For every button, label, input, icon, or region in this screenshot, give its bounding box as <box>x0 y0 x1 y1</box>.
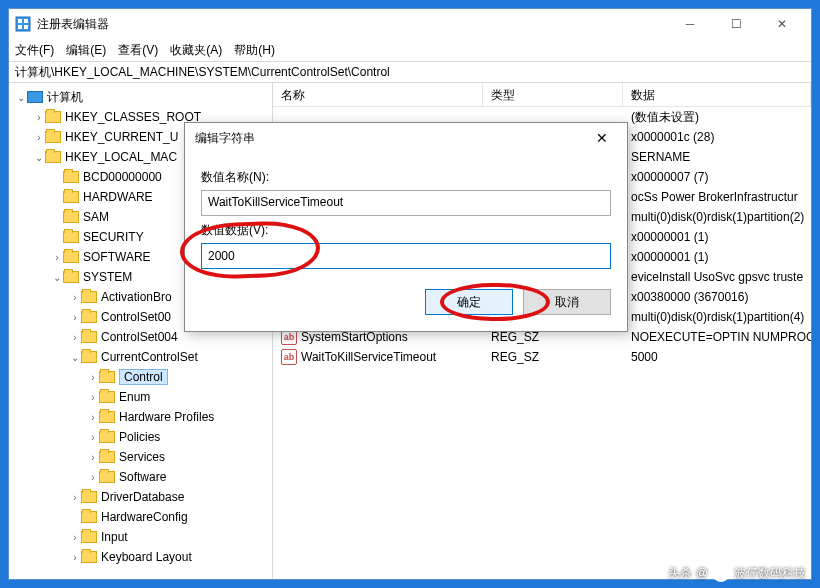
chevron-icon[interactable] <box>33 112 45 123</box>
tree-label: Input <box>101 530 128 544</box>
folder-icon <box>81 331 97 343</box>
tree-item[interactable]: DriverDatabase <box>9 487 272 507</box>
folder-icon <box>99 431 115 443</box>
chevron-icon[interactable] <box>69 292 81 303</box>
regedit-icon <box>15 16 31 32</box>
cancel-button[interactable]: 取消 <box>523 289 611 315</box>
value-data: x00000001 (1) <box>623 230 811 244</box>
folder-icon <box>45 131 61 143</box>
chevron-icon[interactable] <box>51 272 63 283</box>
folder-icon <box>45 151 61 163</box>
menu-favorites[interactable]: 收藏夹(A) <box>170 42 222 59</box>
list-header: 名称 类型 数据 <box>273 83 811 107</box>
tree-label: ControlSet00 <box>101 310 171 324</box>
folder-icon <box>63 171 79 183</box>
chevron-icon[interactable] <box>69 492 81 503</box>
folder-icon <box>99 411 115 423</box>
value-data: NOEXECUTE=OPTIN NUMPROC <box>623 330 811 344</box>
tree-label: SECURITY <box>83 230 144 244</box>
value-data: multi(0)disk(0)rdisk(1)partition(4) <box>623 310 811 324</box>
tree-label: SOFTWARE <box>83 250 151 264</box>
tree-item[interactable]: Input <box>9 527 272 547</box>
tree-label: SYSTEM <box>83 270 132 284</box>
folder-icon <box>81 311 97 323</box>
tree-item[interactable]: Enum <box>9 387 272 407</box>
chevron-icon[interactable] <box>69 532 81 543</box>
tree-item[interactable]: Policies <box>9 427 272 447</box>
chevron-icon[interactable] <box>87 472 99 483</box>
menu-file[interactable]: 文件(F) <box>15 42 54 59</box>
address-bar[interactable]: 计算机\HKEY_LOCAL_MACHINE\SYSTEM\CurrentCon… <box>9 61 811 83</box>
tree-item[interactable]: Hardware Profiles <box>9 407 272 427</box>
tree-label: CurrentControlSet <box>101 350 198 364</box>
tree-item[interactable]: HardwareConfig <box>9 507 272 527</box>
chevron-icon[interactable] <box>69 552 81 563</box>
folder-icon <box>63 251 79 263</box>
col-data[interactable]: 数据 <box>623 83 811 106</box>
col-type[interactable]: 类型 <box>483 83 623 106</box>
chevron-icon[interactable] <box>87 412 99 423</box>
tree-item[interactable]: Software <box>9 467 272 487</box>
folder-icon <box>81 351 97 363</box>
tree-label: SAM <box>83 210 109 224</box>
list-row[interactable]: abWaitToKillServiceTimeoutREG_SZ5000 <box>273 347 811 367</box>
tree-label: Services <box>119 450 165 464</box>
watermark-avatar-icon <box>712 564 730 582</box>
dialog-close-button[interactable]: ✕ <box>587 130 617 146</box>
tree-item[interactable]: Services <box>9 447 272 467</box>
chevron-icon[interactable] <box>87 372 99 383</box>
svg-rect-1 <box>18 19 22 23</box>
titlebar: 注册表编辑器 ─ ☐ ✕ <box>9 9 811 39</box>
folder-icon <box>63 191 79 203</box>
chevron-icon[interactable] <box>87 432 99 443</box>
folder-icon <box>81 551 97 563</box>
tree-label: Keyboard Layout <box>101 550 192 564</box>
close-button[interactable]: ✕ <box>759 9 805 39</box>
value-data: ocSs Power BrokerInfrastructur <box>623 190 811 204</box>
col-name[interactable]: 名称 <box>273 83 483 106</box>
folder-icon <box>63 231 79 243</box>
value-data: SERNAME <box>623 150 811 164</box>
chevron-icon[interactable] <box>33 132 45 143</box>
tree-label: HKEY_CURRENT_U <box>65 130 178 144</box>
watermark-prefix: 头杀 @ <box>668 565 708 582</box>
chevron-icon[interactable] <box>87 452 99 463</box>
tree-label: HKEY_CLASSES_ROOT <box>65 110 201 124</box>
value-data-input[interactable] <box>201 243 611 269</box>
value-data: multi(0)disk(0)rdisk(1)partition(2) <box>623 210 811 224</box>
chevron-icon[interactable] <box>69 312 81 323</box>
tree-label: BCD00000000 <box>83 170 162 184</box>
tree-label: ControlSet004 <box>101 330 178 344</box>
folder-icon <box>99 371 115 383</box>
folder-icon <box>81 491 97 503</box>
menu-view[interactable]: 查看(V) <box>118 42 158 59</box>
value-data: x0000001c (28) <box>623 130 811 144</box>
chevron-icon[interactable] <box>69 352 81 363</box>
tree-item[interactable]: Keyboard Layout <box>9 547 272 567</box>
tree-item[interactable]: Control <box>9 367 272 387</box>
tree-label: Control <box>119 369 168 385</box>
value-name-label: 数值名称(N): <box>201 169 611 186</box>
chevron-icon[interactable] <box>87 392 99 403</box>
maximize-button[interactable]: ☐ <box>713 9 759 39</box>
ok-button[interactable]: 确定 <box>425 289 513 315</box>
chevron-icon[interactable] <box>33 152 45 163</box>
edit-string-dialog: 编辑字符串 ✕ 数值名称(N): WaitToKillServiceTimeou… <box>184 122 628 332</box>
menu-help[interactable]: 帮助(H) <box>234 42 275 59</box>
chevron-icon[interactable] <box>51 252 63 263</box>
tree-label: Enum <box>119 390 150 404</box>
minimize-button[interactable]: ─ <box>667 9 713 39</box>
tree-label: HKEY_LOCAL_MAC <box>65 150 177 164</box>
tree-item[interactable]: 计算机 <box>9 87 272 107</box>
chevron-icon[interactable] <box>15 92 27 103</box>
value-name: WaitToKillServiceTimeout <box>301 350 436 364</box>
tree-label: Policies <box>119 430 160 444</box>
menu-edit[interactable]: 编辑(E) <box>66 42 106 59</box>
value-name-field: WaitToKillServiceTimeout <box>201 190 611 216</box>
value-data: x00000007 (7) <box>623 170 811 184</box>
tree-item[interactable]: CurrentControlSet <box>9 347 272 367</box>
chevron-icon[interactable] <box>69 332 81 343</box>
dialog-title: 编辑字符串 <box>195 130 587 147</box>
tree-label: HARDWARE <box>83 190 153 204</box>
computer-icon <box>27 91 43 103</box>
